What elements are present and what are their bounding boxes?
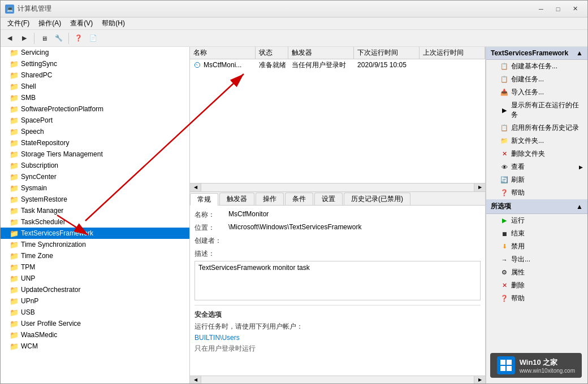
extra-button[interactable]: 📄 <box>87 32 100 45</box>
sidebar-item-updateorchestrator[interactable]: 📁 UpdateOrchestrator <box>1 284 189 295</box>
minimize-button[interactable]: ─ <box>533 3 549 15</box>
sidebar-item-settingsync[interactable]: 📁 SettingSync <box>1 58 189 69</box>
sidebar-item-label: StateRepository <box>21 139 69 147</box>
sidebar[interactable]: 📁 Servicing 📁 SettingSync 📁 SharedPC 📁 S… <box>1 47 190 383</box>
detail-desc-label: 描述： <box>194 249 481 259</box>
sidebar-item-textservicesframework[interactable]: 📁 TextServicesFramework <box>1 228 189 239</box>
sidebar-item-usb[interactable]: 📁 USB <box>1 307 189 318</box>
right-action-new-folder[interactable]: 📁 新文件夹... <box>486 134 587 147</box>
right-action-delete[interactable]: ✕ 删除 <box>486 279 587 292</box>
tab-actions[interactable]: 操作 <box>256 193 284 205</box>
sidebar-item-taskscheduler[interactable]: 📁 TaskScheduler <box>1 216 189 228</box>
right-action-import[interactable]: 📥 导入任务... <box>486 86 587 99</box>
sidebar-item-label: SettingSync <box>21 60 57 68</box>
folder-icon: 📁 <box>10 330 19 339</box>
folder-icon: 📁 <box>10 138 19 147</box>
tab-general[interactable]: 常规 <box>190 193 218 206</box>
refresh-icon: 🔄 <box>500 176 509 185</box>
sidebar-item-timezone[interactable]: 📁 Time Zone <box>1 250 189 261</box>
detail-vscrollbar-bottom[interactable]: ◀ ▶ <box>190 376 485 383</box>
back-button[interactable]: ◀ <box>3 32 16 45</box>
folder-icon: 📁 <box>10 263 19 272</box>
col-header-last-run[interactable]: 上次运行时间 <box>420 47 485 59</box>
sidebar-item-label: Subscription <box>21 162 58 169</box>
right-action-label: 查看 <box>511 162 525 172</box>
right-action-end[interactable]: ⏹ 结束 <box>486 227 587 240</box>
sidebar-item-softwareprotection[interactable]: 📁 SoftwareProtectionPlatform <box>1 103 189 115</box>
close-button[interactable]: ✕ <box>567 3 583 15</box>
tab-triggers[interactable]: 触发器 <box>219 193 254 205</box>
tab-conditions[interactable]: 条件 <box>285 193 313 205</box>
right-action-view[interactable]: 👁 查看 ▶ <box>486 160 587 173</box>
sidebar-item-staterepository[interactable]: 📁 StateRepository <box>1 137 189 149</box>
table-row[interactable]: ⏲ MsCtfMoni... 准备就绪 当任何用户登录时 2020/9/15 1… <box>190 59 485 71</box>
sidebar-item-subscription[interactable]: 📁 Subscription <box>1 160 189 171</box>
scroll-left-btn[interactable]: ◀ <box>190 184 201 191</box>
right-action-help-2[interactable]: ❓ 帮助 <box>486 292 587 305</box>
right-action-help-1[interactable]: ❓ 帮助 <box>486 186 587 199</box>
sidebar-item-shell[interactable]: 📁 Shell <box>1 81 189 92</box>
sidebar-item-smb[interactable]: 📁 SMB <box>1 92 189 103</box>
tab-history[interactable]: 历史记录(已禁用) <box>344 193 410 205</box>
right-action-create-basic[interactable]: 📋 创建基本任务... <box>486 60 587 73</box>
help-toolbar-button[interactable]: ❓ <box>72 32 85 45</box>
right-action-properties[interactable]: ⚙ 属性 <box>486 266 587 279</box>
sidebar-item-upnp[interactable]: 📁 UPnP <box>1 295 189 307</box>
watermark: Win10 之家 www.win10xitong.com <box>490 353 582 378</box>
sidebar-item-waasmedic[interactable]: 📁 WaaSMedic <box>1 329 189 341</box>
sidebar-item-sysmain[interactable]: 📁 Sysmain <box>1 182 189 194</box>
list-content[interactable]: ⏲ MsCtfMoni... 准备就绪 当任何用户登录时 2020/9/15 1… <box>190 59 485 184</box>
menu-action[interactable]: 操作(A) <box>34 18 66 29</box>
sidebar-item-label: WCM <box>21 342 38 350</box>
folder-icon: 📁 <box>10 240 19 249</box>
sidebar-item-synccenter[interactable]: 📁 SyncCenter <box>1 171 189 182</box>
right-section-header-selected[interactable]: 所选项 ▲ <box>486 199 587 214</box>
folder-icon: 📁 <box>10 172 19 181</box>
sidebar-item-systemrestore[interactable]: 📁 SystemRestore <box>1 194 189 205</box>
tab-settings[interactable]: 设置 <box>314 193 343 205</box>
up-button[interactable]: 🖥 <box>37 32 51 45</box>
list-hscrollbar[interactable]: ◀ ▶ <box>190 184 485 191</box>
col-header-status[interactable]: 状态 <box>256 47 288 59</box>
sidebar-item-label: UPnP <box>21 297 38 305</box>
right-action-run[interactable]: ▶ 运行 <box>486 214 587 227</box>
properties-button[interactable]: 🔧 <box>52 32 66 45</box>
sidebar-item-userprofileservice[interactable]: 📁 User Profile Service <box>1 318 189 329</box>
sidebar-item-taskmanager[interactable]: 📁 Task Manager <box>1 205 189 216</box>
sidebar-item-wcm[interactable]: 📁 WCM <box>1 341 189 352</box>
title-bar: 💻 计算机管理 ─ □ ✕ <box>1 1 587 18</box>
sidebar-item-servicing[interactable]: 📁 Servicing <box>1 47 189 58</box>
menu-view[interactable]: 查看(V) <box>66 18 97 29</box>
sidebar-item-storagetiersmanagement[interactable]: 📁 Storage Tiers Management <box>1 149 189 160</box>
help-icon-1: ❓ <box>500 189 509 198</box>
detail-name-row: 名称： MsCtfMonitor <box>194 210 481 220</box>
right-action-create-task[interactable]: 📋 创建任务... <box>486 73 587 86</box>
right-action-export[interactable]: → 导出... <box>486 253 587 266</box>
main-window: 💻 计算机管理 ─ □ ✕ 文件(F) 操作(A) 查看(V) 帮助(H) ◀ … <box>0 0 588 384</box>
sidebar-item-sharedpc[interactable]: 📁 SharedPC <box>1 69 189 81</box>
sidebar-item-unp[interactable]: 📁 UNP <box>1 273 189 284</box>
forward-button[interactable]: ▶ <box>18 32 31 45</box>
menu-help[interactable]: 帮助(H) <box>97 18 129 29</box>
security-run-label: 运行任务时，请使用下列用户帐户： <box>194 322 481 331</box>
scroll-right-btn[interactable]: ▶ <box>474 184 485 191</box>
detail-scroll-down[interactable]: ▶ <box>474 376 485 384</box>
right-action-disable[interactable]: ⬇ 禁用 <box>486 240 587 253</box>
col-header-next-run[interactable]: 下次运行时间 <box>354 47 420 59</box>
menu-file[interactable]: 文件(F) <box>3 18 34 29</box>
right-action-refresh[interactable]: 🔄 刷新 <box>486 173 587 186</box>
right-action-enable-history[interactable]: 📋 启用所有任务历史记录 <box>486 121 587 134</box>
right-action-delete-folder[interactable]: ✕ 删除文件夹 <box>486 147 587 160</box>
detail-scroll-up[interactable]: ◀ <box>190 376 201 384</box>
sidebar-item-spaceport[interactable]: 📁 SpacePort <box>1 115 189 126</box>
right-section-header-tsf[interactable]: TextServicesFramework ▲ <box>486 47 587 60</box>
sidebar-item-tpm[interactable]: 📁 TPM <box>1 261 189 273</box>
folder-icon: 📁 <box>10 308 19 317</box>
right-action-show-running[interactable]: ▶ 显示所有正在运行的任务 <box>486 99 587 121</box>
sidebar-item-label: Sysmain <box>21 184 47 192</box>
sidebar-item-timesynchronization[interactable]: 📁 Time Synchronization <box>1 239 189 250</box>
maximize-button[interactable]: □ <box>550 3 566 15</box>
sidebar-item-speech[interactable]: 📁 Speech <box>1 126 189 137</box>
col-header-trigger[interactable]: 触发器 <box>288 47 354 59</box>
col-header-name[interactable]: 名称 <box>190 47 256 59</box>
